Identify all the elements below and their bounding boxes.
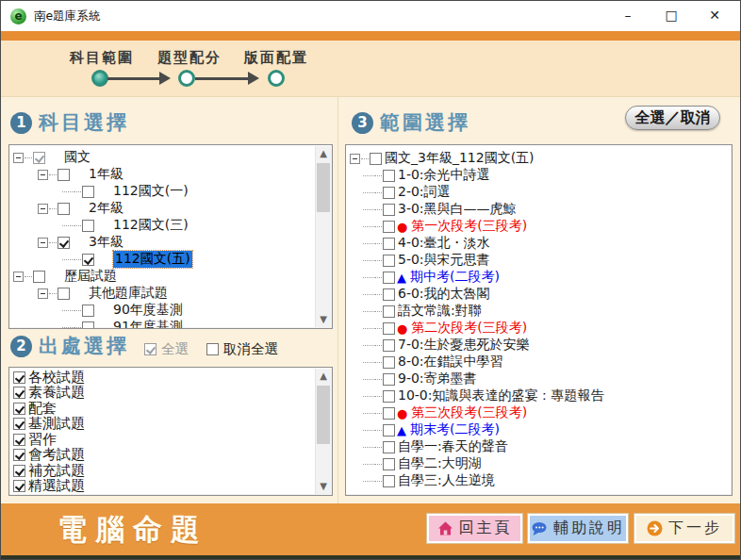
expander-icon[interactable] <box>13 272 24 282</box>
deselect-all-checkbox[interactable]: 取消全選 <box>206 340 278 358</box>
tree-row[interactable]: 自學三:人生逆境 <box>363 472 728 489</box>
tree-row[interactable]: 語文常識:對聯 <box>363 303 728 320</box>
help-button[interactable]: 輔助說明 <box>528 514 628 543</box>
checkbox[interactable] <box>33 152 45 164</box>
checkbox[interactable] <box>13 465 25 477</box>
tree-item-label[interactable]: 10-0:知識與表達的盛宴：專題報告 <box>398 387 604 404</box>
source-item-row[interactable]: 素養試題 <box>9 386 313 402</box>
tree-row[interactable]: 112國文(五) <box>62 251 313 268</box>
tree-row[interactable]: 112國文(一) <box>62 183 313 200</box>
scrollbar-thumb[interactable] <box>317 386 330 444</box>
checkbox[interactable] <box>13 434 25 446</box>
tree-row[interactable]: 7-0:生於憂患死於安樂 <box>363 337 728 354</box>
tree-item-label[interactable]: 9-0:寄弟墨書 <box>398 371 477 387</box>
tree-row[interactable]: ●第一次段考(三段考) <box>363 218 728 235</box>
source-item-row[interactable]: 會考試題 <box>9 448 313 464</box>
checkbox[interactable] <box>13 418 25 430</box>
tree-item-label[interactable]: 自學一:春天的聲音 <box>398 438 508 455</box>
checkbox[interactable] <box>383 356 395 369</box>
checkbox[interactable] <box>383 187 395 199</box>
tree-item-label[interactable]: 90年度基測 <box>113 302 183 319</box>
tree-row[interactable]: ●第三次段考(三段考) <box>363 404 728 421</box>
tree-item-label[interactable]: 1年級 <box>89 166 124 183</box>
minimize-button[interactable]: – <box>606 1 650 29</box>
checkbox[interactable] <box>383 272 395 284</box>
checkbox[interactable] <box>383 458 395 470</box>
checkbox[interactable] <box>58 203 70 215</box>
checkbox[interactable] <box>383 305 395 318</box>
tree-item-label[interactable]: 國文 <box>64 149 91 166</box>
checkbox[interactable] <box>13 480 25 492</box>
checkbox[interactable] <box>383 204 395 216</box>
tree-item-label[interactable]: 其他題庫試題 <box>89 285 168 302</box>
tree-item-label[interactable]: 5-0:與宋元思書 <box>398 252 490 269</box>
tree-item-label[interactable]: 8-0:在錯誤中學習 <box>398 354 503 371</box>
source-item-row[interactable]: 補充試題 <box>9 463 313 479</box>
checkbox[interactable] <box>383 373 395 386</box>
tree-row[interactable]: 自學二:大明湖 <box>363 455 728 472</box>
source-item-row[interactable]: 精選試題 <box>9 479 313 495</box>
tree-row[interactable]: 91年度基測 <box>62 319 313 329</box>
tree-item-label[interactable]: 第一次段考(三段考) <box>411 218 527 235</box>
scroll-up-icon[interactable]: ▲ <box>316 369 331 384</box>
tree-row[interactable]: ●第二次段考(三段考) <box>363 320 728 337</box>
tree-row[interactable]: 90年度基測 <box>62 302 313 319</box>
tree-item-label[interactable]: 自學二:大明湖 <box>398 455 482 472</box>
checkbox[interactable] <box>383 238 395 250</box>
expander-icon[interactable] <box>38 204 48 214</box>
expander-icon[interactable] <box>350 154 360 164</box>
tree-row[interactable]: ▲期末考(二段考) <box>363 421 728 438</box>
tree-item-label[interactable]: 4-0:臺北・淡水 <box>398 235 490 252</box>
tree-item-label[interactable]: 91年度基測 <box>113 319 183 329</box>
scroll-down-icon[interactable]: ▼ <box>316 312 331 327</box>
checkbox[interactable] <box>82 305 94 317</box>
checkbox[interactable] <box>13 403 25 415</box>
tree-item-label[interactable]: 自學三:人生逆境 <box>398 472 495 489</box>
tree-item-label[interactable]: 112國文(一) <box>113 183 189 200</box>
expander-icon[interactable] <box>13 153 24 163</box>
tree-row[interactable]: 2-0:詞選 <box>363 184 728 201</box>
checkbox[interactable] <box>13 371 25 384</box>
tree-row[interactable]: 10-0:知識與表達的盛宴：專題報告 <box>363 387 728 404</box>
home-button[interactable]: 回主頁 <box>427 514 522 543</box>
next-step-button[interactable]: 下一步 <box>634 514 734 543</box>
tree-item-label[interactable]: 2-0:詞選 <box>398 184 451 201</box>
tree-row[interactable]: 3-0:黑與白——虎鯨 <box>363 201 728 218</box>
close-button[interactable]: ✕ <box>693 1 736 29</box>
checkbox[interactable] <box>206 343 219 355</box>
tree-row[interactable]: 3年級 <box>38 234 313 251</box>
tree-item-label[interactable]: 7-0:生於憂患死於安樂 <box>398 337 530 354</box>
checkbox[interactable] <box>383 424 395 436</box>
tree-row-root[interactable]: 國文_3年級_112國文(五) <box>350 150 728 167</box>
tree-item-label[interactable]: 2年級 <box>89 200 124 217</box>
tree-row[interactable]: ▲期中考(二段考) <box>363 269 728 286</box>
checkbox[interactable] <box>82 220 94 232</box>
checkbox[interactable] <box>58 169 70 181</box>
checkbox[interactable] <box>383 221 395 233</box>
checkbox[interactable] <box>383 390 395 403</box>
tree-item-label[interactable]: 1-0:余光中詩選 <box>398 167 490 184</box>
scroll-down-icon[interactable]: ▼ <box>316 479 331 494</box>
expander-icon[interactable] <box>38 170 48 180</box>
source-item-row[interactable]: 基測試題 <box>9 417 313 433</box>
tree-item-label[interactable]: 語文常識:對聯 <box>398 303 482 320</box>
tree-item-label[interactable]: 國文_3年級_112國文(五) <box>385 150 535 167</box>
tree-item-label[interactable]: 期中考(二段考) <box>410 269 500 286</box>
expander-icon[interactable] <box>38 238 48 248</box>
tree-row[interactable]: 8-0:在錯誤中學習 <box>363 354 728 371</box>
tree-row[interactable]: 自學一:春天的聲音 <box>363 438 728 455</box>
tree-row[interactable]: 112國文(三) <box>62 217 313 234</box>
tree-item-label[interactable]: 3-0:黑與白——虎鯨 <box>398 201 517 218</box>
checkbox[interactable] <box>144 343 156 355</box>
source-item-row[interactable]: 配套 <box>9 401 313 417</box>
scroll-up-icon[interactable]: ▲ <box>316 146 331 161</box>
tree-row[interactable]: 5-0:與宋元思書 <box>363 252 728 269</box>
checkbox[interactable] <box>58 288 70 300</box>
tree-item-label[interactable]: 3年級 <box>89 234 124 251</box>
checkbox[interactable] <box>383 255 395 267</box>
source-item-row[interactable]: 各校試題 <box>9 370 313 386</box>
tree-row[interactable]: 1-0:余光中詩選 <box>363 167 728 184</box>
checkbox[interactable] <box>383 170 395 182</box>
source-item-row[interactable]: 習作 <box>9 432 313 448</box>
tree-item-label[interactable]: 期末考(二段考) <box>410 421 500 438</box>
